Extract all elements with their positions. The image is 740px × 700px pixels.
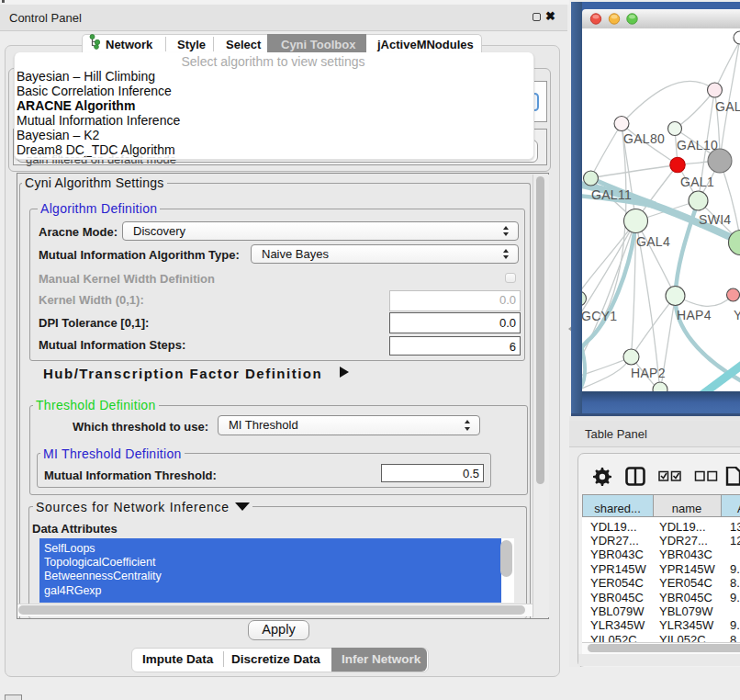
svg-text:GCY1: GCY1 bbox=[582, 309, 617, 323]
svg-text:Y: Y bbox=[734, 308, 740, 322]
svg-text:GAL11: GAL11 bbox=[591, 187, 632, 202]
svg-text:GAL1: GAL1 bbox=[680, 175, 714, 189]
svg-text:GAL80: GAL80 bbox=[623, 131, 665, 146]
svg-text:GAL10: GAL10 bbox=[677, 138, 718, 152]
svg-text:HAP4: HAP4 bbox=[677, 308, 712, 322]
svg-text:GAL4: GAL4 bbox=[636, 234, 670, 249]
svg-text:GAL7: GAL7 bbox=[715, 99, 740, 114]
svg-text:SWI4: SWI4 bbox=[699, 212, 731, 227]
svg-text:HAP2: HAP2 bbox=[631, 366, 666, 380]
